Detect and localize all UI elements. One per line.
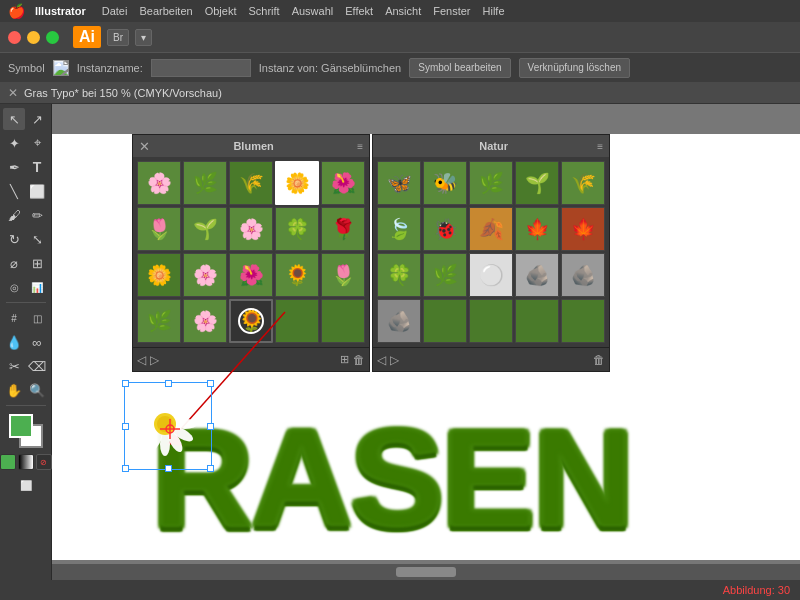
blumen-item-1[interactable]: 🌸 — [137, 161, 181, 205]
pen-tool[interactable]: ✒ — [3, 156, 25, 178]
natur-item-3[interactable]: 🌿 — [469, 161, 513, 205]
gradient-tool[interactable]: ◫ — [26, 307, 48, 329]
crosshair-indicator — [160, 419, 180, 439]
natur-item-9[interactable]: 🍁 — [515, 207, 559, 251]
menubar: 🍎 Illustrator Datei Bearbeiten Objekt Sc… — [0, 0, 800, 22]
blumen-item-5[interactable]: 🌺 — [321, 161, 365, 205]
natur-item-4[interactable]: 🌱 — [515, 161, 559, 205]
color-boxes — [9, 414, 43, 448]
lasso-tool[interactable]: ⌖ — [26, 132, 48, 154]
natur-item-10[interactable]: 🍁 — [561, 207, 605, 251]
rotate-tool[interactable]: ↻ — [3, 228, 25, 250]
menu-objekt[interactable]: Objekt — [205, 5, 237, 17]
statusbar: Abbildung: 30 — [0, 580, 800, 600]
symbol-bearbeiten-button[interactable]: Symbol bearbeiten — [409, 58, 510, 78]
blumen-item-6[interactable]: 🌷 — [137, 207, 181, 251]
gradient-swatch-btn[interactable] — [18, 454, 34, 470]
line-tool[interactable]: ╲ — [3, 180, 25, 202]
natur-item-8[interactable]: 🍂 — [469, 207, 513, 251]
canvas-scrollbar[interactable] — [52, 564, 800, 580]
natur-panel-title: Natur — [479, 140, 508, 152]
symbol-icon — [53, 60, 69, 76]
paintbrush-tool[interactable]: 🖌 — [3, 204, 25, 226]
blumen-item-4[interactable]: 🌼 — [275, 161, 319, 205]
menu-ansicht[interactable]: Ansicht — [385, 5, 421, 17]
scissors-tool[interactable]: ✂ — [3, 355, 25, 377]
menu-datei[interactable]: Datei — [102, 5, 128, 17]
instanzname-input[interactable] — [151, 59, 251, 77]
eraser-tool[interactable]: ⌫ — [26, 355, 48, 377]
symbol-label: Symbol — [8, 62, 45, 74]
br-button[interactable]: Br — [107, 29, 129, 46]
eyedropper-tool[interactable]: 💧 — [3, 331, 25, 353]
natur-item-2[interactable]: 🐝 — [423, 161, 467, 205]
natur-panel-menu[interactable]: ≡ — [597, 141, 603, 152]
status-label: Abbildung: 30 — [723, 584, 790, 596]
symbolbar: Symbol Instanzname: Instanz von: Gänsebl… — [0, 52, 800, 82]
blumen-panel-header: ✕ Blumen ≡ — [133, 135, 369, 157]
natur-item-7[interactable]: 🐞 — [423, 207, 467, 251]
mesh-tool[interactable]: # — [3, 307, 25, 329]
artboard: ✕ Blumen ≡ 🌸 🌿 🌾 🌼 🌺 🌷 🌱 — [52, 134, 800, 560]
blumen-item-3[interactable]: 🌾 — [229, 161, 273, 205]
arrange-button[interactable]: ▾ — [135, 29, 152, 46]
apple-menu[interactable]: 🍎 — [8, 3, 25, 19]
blumen-item-2[interactable]: 🌿 — [183, 161, 227, 205]
verknupfung-loschen-button[interactable]: Verknüpfung löschen — [519, 58, 630, 78]
column-graph-tool[interactable]: 📊 — [26, 276, 48, 298]
menu-bearbeiten[interactable]: Bearbeiten — [139, 5, 192, 17]
doc-tab-title[interactable]: Gras Typo* bei 150 % (CMYK/Vorschau) — [24, 87, 222, 99]
symbol-sprayer-tool[interactable]: ◎ — [3, 276, 25, 298]
app-name: Illustrator — [35, 5, 86, 17]
blumen-panel-title: Blumen — [233, 140, 273, 152]
menu-hilfe[interactable]: Hilfe — [483, 5, 505, 17]
natur-panel-header: ✕ Natur ≡ — [373, 135, 609, 157]
daisy-symbol-instance[interactable] — [130, 389, 210, 469]
menu-auswahl[interactable]: Auswahl — [292, 5, 334, 17]
blumen-item-9[interactable]: 🍀 — [275, 207, 319, 251]
ai-logo: Ai — [73, 26, 101, 48]
traffic-light-max[interactable] — [46, 31, 59, 44]
color-mode-btn[interactable] — [0, 454, 16, 470]
shape-tool[interactable]: ⬜ — [26, 180, 48, 202]
selection-tool[interactable]: ↖ — [3, 108, 25, 130]
menu-effekt[interactable]: Effekt — [345, 5, 373, 17]
hand-tool[interactable]: ✋ — [3, 379, 25, 401]
left-toolbar: ↖ ↗ ✦ ⌖ ✒ T ╲ ⬜ 🖌 ✏ ↻ ⤡ ⌀ ⊞ ◎ 📊 — [0, 104, 52, 580]
type-tool[interactable]: T — [26, 156, 48, 178]
blumen-item-10[interactable]: 🌹 — [321, 207, 365, 251]
warp-tool[interactable]: ⌀ — [3, 252, 25, 274]
rasen-text: RASEN — [152, 410, 800, 550]
scale-tool[interactable]: ⤡ — [26, 228, 48, 250]
traffic-light-close[interactable] — [8, 31, 21, 44]
free-transform-tool[interactable]: ⊞ — [26, 252, 48, 274]
natur-item-1[interactable]: 🦋 — [377, 161, 421, 205]
menu-fenster[interactable]: Fenster — [433, 5, 470, 17]
main-area: ↖ ↗ ✦ ⌖ ✒ T ╲ ⬜ 🖌 ✏ ↻ ⤡ ⌀ ⊞ ◎ 📊 — [0, 104, 800, 580]
blumen-panel-menu[interactable]: ≡ — [357, 141, 363, 152]
natur-item-5[interactable]: 🌾 — [561, 161, 605, 205]
traffic-light-min[interactable] — [27, 31, 40, 44]
blumen-item-7[interactable]: 🌱 — [183, 207, 227, 251]
magic-wand-tool[interactable]: ✦ — [3, 132, 25, 154]
inst-von-label: Instanz von: Gänseblümchen — [259, 62, 401, 74]
pencil-tool[interactable]: ✏ — [26, 204, 48, 226]
tab-close-icon[interactable]: ✕ — [8, 86, 18, 100]
none-swatch-btn[interactable]: ⊘ — [36, 454, 52, 470]
blumen-item-8[interactable]: 🌸 — [229, 207, 273, 251]
doctab: ✕ Gras Typo* bei 150 % (CMYK/Vorschau) — [0, 82, 800, 104]
natur-item-6[interactable]: 🍃 — [377, 207, 421, 251]
zoom-tool[interactable]: 🔍 — [26, 379, 48, 401]
canvas[interactable]: ✕ Blumen ≡ 🌸 🌿 🌾 🌼 🌺 🌷 🌱 — [52, 104, 800, 580]
blumen-panel-close[interactable]: ✕ — [139, 139, 150, 154]
fill-color-box[interactable] — [9, 414, 33, 438]
titlebar: Ai Br ▾ — [0, 22, 800, 52]
direct-selection-tool[interactable]: ↗ — [26, 108, 48, 130]
blend-tool[interactable]: ∞ — [26, 331, 48, 353]
menu-schrift[interactable]: Schrift — [248, 5, 279, 17]
change-screen-mode-btn[interactable]: ⬜ — [15, 474, 37, 496]
instanzname-label: Instanzname: — [77, 62, 143, 74]
